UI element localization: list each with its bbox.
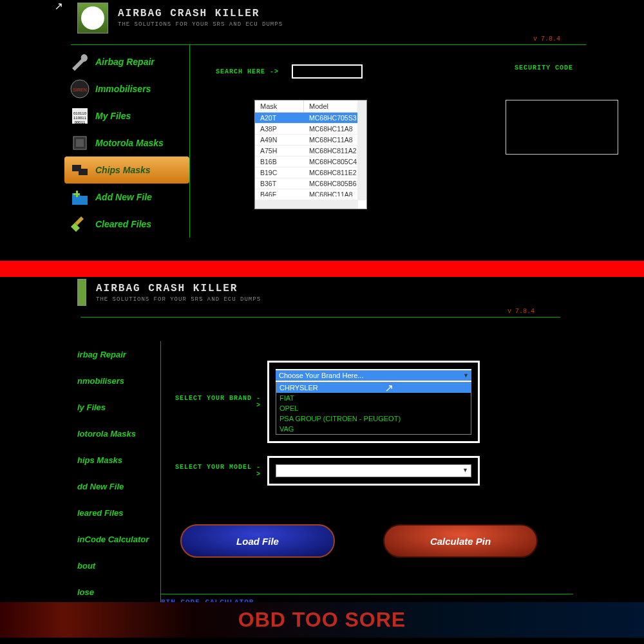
sidebar-item-my-files[interactable]: 01011011001100011 My Files [64, 102, 189, 129]
sidebar-item[interactable]: ly Files [77, 394, 160, 421]
chip-icon [68, 131, 92, 155]
brand-dropdown-placeholder: Choose Your Brand Here... [276, 370, 471, 381]
watermark-text: OBD TOO SORE [238, 608, 406, 632]
sidebar-item-cleared-files[interactable]: Cleared Files [64, 211, 189, 238]
svg-rect-9 [79, 169, 88, 175]
table-row[interactable]: B46FMC68HC11A8 [255, 189, 366, 196]
search-label: SEARCH HERE -> [216, 68, 279, 75]
app-subtitle: THE SOLUTIONS FOR YOUR SRS AND ECU DUMPS [118, 21, 283, 28]
sidebar-item[interactable]: lose [77, 579, 160, 605]
siren-icon: SIREN [68, 77, 92, 101]
brand-select-label: SELECT YOUR BRAND -> [171, 395, 267, 409]
sidebar: Airbag Repair SIREN Immobilisers 0101101… [64, 45, 190, 238]
sidebar-item-motorola-masks[interactable]: Motorola Masks [64, 129, 189, 156]
sidebar-item[interactable]: bout [77, 553, 160, 579]
broom-icon [68, 212, 92, 236]
app-subtitle-2: THE SOLUTIONS FOR YOUR SRS AND ECU DUMPS [96, 296, 261, 303]
button-label: Load File [236, 536, 279, 547]
wrench-icon [68, 50, 92, 74]
svg-text:110011: 110011 [73, 116, 87, 120]
sidebar-item[interactable]: hips Masks [77, 447, 160, 473]
dropdown-option[interactable]: CHRYSLER [276, 383, 471, 393]
version-label: v 7.8.4 [0, 35, 644, 43]
security-code-label: SECURITY CODE [515, 64, 573, 71]
app-logo-2 [77, 279, 86, 306]
sidebar-item[interactable]: irbag Repair [77, 341, 160, 368]
table-row[interactable]: B16BMC68HC805C4 [255, 156, 366, 167]
load-file-button[interactable]: Load File [180, 524, 335, 558]
mask-table-body[interactable]: A20TMC68HC705S3 A38PMC68HC11A8 A49NMC68H… [255, 113, 366, 196]
brand-dropdown[interactable]: Choose Your Brand Here... CHRYSLER FIAT … [267, 361, 480, 443]
brand-dropdown-list: CHRYSLER FIAT OPEL PSA GROUP (CITROEN - … [276, 382, 471, 435]
sidebar-item-label: Motorola Masks [95, 138, 164, 148]
table-row[interactable]: B36TMC68HC805B6 [255, 178, 366, 189]
watermark-banner: OBD TOO SORE [0, 602, 644, 638]
table-row[interactable]: B19CMC68HC811E2 [255, 167, 366, 178]
scrollbar-vertical[interactable] [357, 100, 366, 200]
version-label-2: v 7.8.4 [0, 308, 644, 315]
svg-rect-7 [76, 139, 84, 147]
col-mask: Mask [255, 100, 304, 112]
scrollbar-horizontal[interactable] [255, 200, 358, 209]
model-select-label: SELECT YOUR MODEL -> [171, 464, 267, 478]
sidebar-item-label: Airbag Repair [95, 57, 155, 67]
sidebar-item-label: Add New File [95, 192, 152, 202]
table-row[interactable]: A75HMC68HC811A2 [255, 146, 366, 156]
sidebar-item[interactable]: leared Files [77, 500, 160, 526]
sidebar-item[interactable]: nmobilisers [77, 368, 160, 394]
sidebar-item-chips-masks[interactable]: Chips Masks [64, 156, 189, 184]
search-input[interactable] [292, 64, 363, 79]
app-title-2: AIRBAG CRASH KILLER [96, 283, 261, 294]
divider-line-2 [80, 317, 560, 317]
mask-table-header: Mask Model [255, 100, 366, 113]
security-code-box [506, 100, 618, 155]
sidebar-item-label: Cleared Files [95, 219, 151, 229]
sidebar-item-add-new-file[interactable]: Add New File [64, 184, 189, 211]
table-row[interactable]: A38PMC68HC11A8 [255, 124, 366, 135]
dropdown-option[interactable]: OPEL [276, 403, 471, 413]
binary-icon: 01011011001100011 [68, 104, 92, 128]
svg-text:00011: 00011 [75, 120, 86, 124]
sidebar-2: irbag Repair nmobilisers ly Files lotoro… [77, 341, 161, 612]
sidebar-item-label: Immobilisers [95, 84, 151, 94]
app-header: AIRBAG CRASH KILLER THE SOLUTIONS FOR YO… [0, 0, 644, 35]
sidebar-item-immobilisers[interactable]: SIREN Immobilisers [64, 75, 189, 102]
mask-table[interactable]: Mask Model A20TMC68HC705S3 A38PMC68HC11A… [254, 100, 367, 209]
sidebar-item[interactable]: inCode Calculator [77, 526, 160, 553]
app-logo [77, 3, 108, 33]
folder-plus-icon [68, 185, 92, 209]
sidebar-item[interactable]: dd New File [77, 473, 160, 500]
sidebar-item-label: Chips Masks [95, 165, 151, 175]
svg-rect-11 [73, 193, 80, 195]
model-dropdown-box [267, 456, 480, 486]
chips-icon [68, 158, 92, 182]
brand-dropdown-toggle[interactable]: Choose Your Brand Here... [276, 369, 471, 382]
dropdown-option[interactable]: VAG [276, 424, 471, 434]
table-row[interactable]: A49NMC68HC11A8 [255, 135, 366, 146]
sidebar-item[interactable]: lotorola Masks [77, 421, 160, 447]
sidebar-item-label: My Files [95, 111, 131, 121]
dropdown-option[interactable]: PSA GROUP (CITROEN - PEUGEOT) [276, 413, 471, 424]
model-dropdown[interactable] [276, 464, 471, 477]
table-row[interactable]: A20TMC68HC705S3 [255, 113, 366, 124]
red-divider [0, 261, 644, 277]
svg-text:SIREN: SIREN [73, 88, 86, 92]
dropdown-option[interactable]: FIAT [276, 393, 471, 403]
button-label: Calculate Pin [430, 536, 491, 547]
svg-text:010110: 010110 [73, 111, 87, 115]
app-title: AIRBAG CRASH KILLER [118, 8, 283, 19]
sidebar-item-airbag-repair[interactable]: Airbag Repair [64, 48, 189, 75]
app-header-2: AIRBAG CRASH KILLER THE SOLUTIONS FOR YO… [0, 277, 644, 308]
calculate-pin-button[interactable]: Calculate Pin [383, 524, 538, 558]
